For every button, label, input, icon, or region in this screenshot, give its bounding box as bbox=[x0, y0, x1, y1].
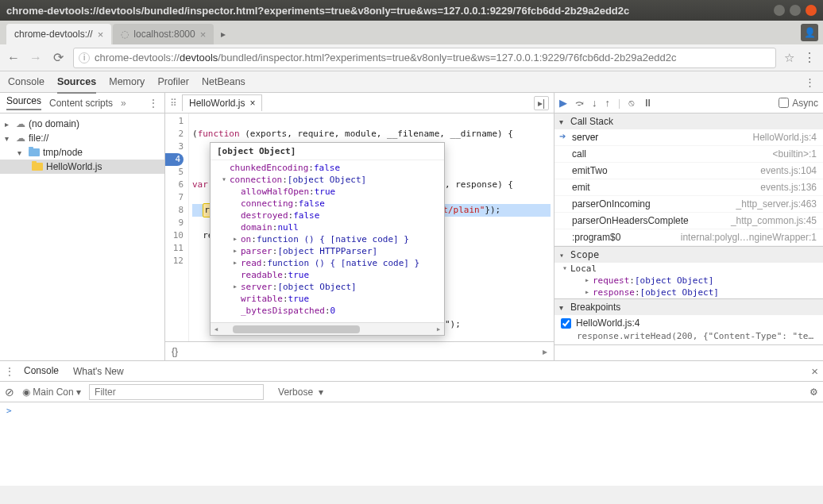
pretty-print-icon[interactable]: {} bbox=[172, 346, 178, 357]
tab-profiler[interactable]: Profiler bbox=[157, 71, 189, 92]
async-label: Async bbox=[792, 98, 818, 109]
drawer-tab-whatsnew[interactable]: What's New bbox=[68, 364, 129, 379]
tab-memory[interactable]: Memory bbox=[109, 71, 145, 92]
close-drawer-icon[interactable]: × bbox=[811, 364, 818, 378]
close-icon[interactable]: × bbox=[200, 29, 207, 40]
editor-file-tab[interactable]: HelloWorld.js × bbox=[182, 94, 262, 111]
window-maximize-button[interactable] bbox=[790, 5, 801, 16]
resume-button[interactable]: ▶ bbox=[559, 97, 567, 109]
tree-row-nodomain[interactable]: ▸ ☁ (no domain) bbox=[0, 117, 164, 131]
scroll-right-icon[interactable]: ▸ bbox=[433, 324, 444, 334]
url-host: devtools bbox=[180, 52, 218, 63]
pause-on-exceptions-button[interactable]: ⏸ bbox=[643, 97, 653, 109]
browser-tab-inactive[interactable]: ◌ localhost:8000 × bbox=[113, 24, 214, 44]
kebab-menu-icon[interactable]: ⋮ bbox=[805, 76, 815, 88]
step-over-button[interactable]: ⤼ bbox=[575, 97, 584, 109]
collapse-icon[interactable]: ▾ bbox=[559, 303, 567, 312]
clear-console-icon[interactable]: ⊘ bbox=[5, 386, 14, 398]
menu-icon[interactable]: ⋮ bbox=[802, 50, 817, 65]
more-tabs-icon[interactable]: » bbox=[121, 98, 126, 109]
browser-tab-active[interactable]: chrome-devtools:// × bbox=[6, 24, 111, 44]
call-stack-header[interactable]: ▾ Call Stack bbox=[554, 113, 823, 129]
expand-icon[interactable]: ▸ bbox=[5, 120, 13, 129]
call-stack-frame[interactable]: parserOnIncoming_http_server.js:463 bbox=[554, 196, 823, 213]
log-level-selector[interactable]: Verbose ▾ bbox=[278, 387, 323, 398]
window-titlebar: chrome-devtools://devtools/bundled/inspe… bbox=[0, 0, 823, 21]
tab-console[interactable]: Console bbox=[8, 71, 44, 92]
editor-tabs: ⠿ HelloWorld.js × ▸| bbox=[165, 93, 554, 113]
popup-header: [object Object] bbox=[211, 143, 444, 160]
tree-row-file-selected[interactable]: HelloWorld.js bbox=[0, 160, 164, 174]
popup-body[interactable]: chunkedEncoding: false ▾connection: [obj… bbox=[211, 160, 444, 322]
editor-footer: {} ▸ bbox=[165, 341, 554, 360]
close-icon[interactable]: × bbox=[98, 29, 104, 40]
scroll-right-icon[interactable]: ▸ bbox=[543, 346, 547, 357]
console-filter-input[interactable] bbox=[89, 384, 264, 400]
scope-local-row[interactable]: ▾Local bbox=[554, 263, 823, 275]
close-icon[interactable]: × bbox=[249, 98, 255, 109]
subtab-content-scripts[interactable]: Content scripts bbox=[49, 98, 113, 109]
expand-icon[interactable]: ▸ bbox=[233, 234, 241, 244]
deactivate-breakpoints-button[interactable]: ⍉ bbox=[628, 97, 635, 109]
tree-row-folder[interactable]: ▾ tmp/node bbox=[0, 145, 164, 160]
site-info-icon[interactable]: i bbox=[79, 52, 90, 63]
drag-handle-icon[interactable]: ⠿ bbox=[170, 98, 177, 109]
file-icon bbox=[32, 163, 43, 171]
subtab-sources[interactable]: Sources bbox=[6, 95, 41, 110]
tree-row-file[interactable]: ▾ ☁ file:// bbox=[0, 131, 164, 145]
expand-icon[interactable]: ▸ bbox=[233, 258, 241, 268]
navigator-subtabs: Sources Content scripts » ⋮ bbox=[0, 93, 164, 113]
profile-button[interactable]: 👤 bbox=[801, 24, 818, 41]
tab-sources[interactable]: Sources bbox=[57, 71, 96, 94]
collapse-icon[interactable]: ▾ bbox=[559, 117, 567, 126]
scope-var[interactable]: ▸request: [object Object] bbox=[554, 275, 823, 287]
step-out-button[interactable]: ↑ bbox=[605, 97, 611, 109]
collapse-icon[interactable]: ▾ bbox=[222, 175, 230, 185]
back-button[interactable]: ← bbox=[6, 51, 21, 65]
scope-header[interactable]: ▾ Scope bbox=[554, 247, 823, 263]
section-title: Scope bbox=[570, 249, 599, 260]
collapse-icon[interactable]: ▾ bbox=[5, 134, 13, 143]
scrollbar-thumb[interactable] bbox=[233, 325, 360, 333]
breakpoint-item[interactable]: HelloWorld.js:4 bbox=[554, 315, 823, 331]
call-stack-frame[interactable]: emitevents.js:136 bbox=[554, 179, 823, 196]
call-stack-frame[interactable]: :program$0internal:polygl…ngineWrapper:1 bbox=[554, 229, 823, 246]
address-bar[interactable]: i chrome-devtools://devtools/bundled/ins… bbox=[73, 48, 776, 68]
breakpoint-checkbox[interactable] bbox=[561, 318, 571, 329]
context-selector[interactable]: ◉ Main Con ▾ bbox=[22, 387, 81, 398]
kebab-menu-icon[interactable]: ⋮ bbox=[5, 366, 14, 377]
console-output[interactable]: > bbox=[0, 402, 823, 486]
section-title: Call Stack bbox=[570, 116, 613, 127]
collapse-icon[interactable]: ▾ bbox=[17, 148, 25, 157]
kebab-menu-icon[interactable]: ⋮ bbox=[149, 98, 158, 109]
collapse-icon[interactable]: ▾ bbox=[559, 251, 567, 260]
line-gutter: 123 4 567 8910 1112 bbox=[165, 113, 189, 341]
scope-var[interactable]: ▸response: [object Object] bbox=[554, 287, 823, 298]
window-minimize-button[interactable] bbox=[774, 5, 785, 16]
step-into-button[interactable]: ↓ bbox=[592, 97, 597, 109]
async-checkbox[interactable]: Async bbox=[779, 98, 818, 109]
call-stack-frame[interactable]: emitTwoevents.js:104 bbox=[554, 163, 823, 179]
tab-netbeans[interactable]: NetBeans bbox=[202, 71, 245, 92]
window-close-button[interactable] bbox=[806, 5, 817, 16]
popup-scrollbar[interactable]: ◂ ▸ bbox=[211, 322, 444, 335]
bookmark-icon[interactable]: ☆ bbox=[784, 51, 794, 65]
gear-icon[interactable]: ⚙ bbox=[809, 387, 818, 398]
editor-pane: ⠿ HelloWorld.js × ▸| 123 4 567 8910 1112… bbox=[165, 93, 554, 360]
reload-button[interactable]: ⟳ bbox=[51, 50, 65, 65]
async-checkbox-input[interactable] bbox=[779, 98, 789, 108]
expand-icon[interactable]: ▸ bbox=[233, 246, 241, 256]
call-stack-frame[interactable]: parserOnHeadersComplete_http_common.js:4… bbox=[554, 213, 823, 229]
drawer-tab-console[interactable]: Console bbox=[19, 363, 64, 380]
call-stack-frame[interactable]: ➔ server HelloWorld.js:4 bbox=[554, 129, 823, 146]
scroll-left-icon[interactable]: ◂ bbox=[211, 324, 222, 334]
breakpoints-header[interactable]: ▾ Breakpoints bbox=[554, 299, 823, 315]
expand-icon[interactable]: ▸ bbox=[233, 282, 241, 292]
new-tab-button[interactable]: ▸ bbox=[215, 24, 231, 44]
breakpoint-marker[interactable]: 4 bbox=[165, 153, 184, 166]
forward-button[interactable]: → bbox=[29, 51, 43, 65]
run-snippet-icon[interactable]: ▸| bbox=[534, 96, 549, 110]
call-stack-frame[interactable]: call<builtin>:1 bbox=[554, 146, 823, 163]
console-toolbar: ⊘ ◉ Main Con ▾ Verbose ▾ ⚙ bbox=[0, 382, 823, 402]
file-tab-label: HelloWorld.js bbox=[189, 98, 245, 109]
